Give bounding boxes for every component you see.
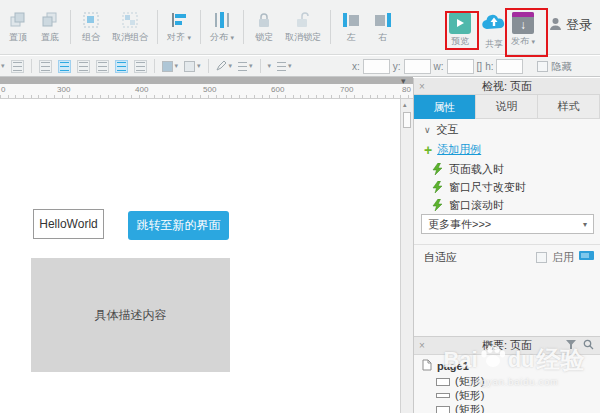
lock-button[interactable]: 锁定 xyxy=(248,8,280,44)
border-width-dropdown[interactable]: ▾ xyxy=(265,58,275,75)
font-color-swatch xyxy=(184,61,195,72)
preview-button[interactable]: 预览 xyxy=(449,12,471,46)
event-item-onwindowresize[interactable]: 窗口尺寸改变时 xyxy=(432,180,526,195)
jump-button-widget[interactable]: 跳转至新的界面 xyxy=(128,211,229,240)
adaptive-enable-label: 启用 xyxy=(552,250,574,265)
caret-down-icon: ▾ xyxy=(231,34,235,41)
distribute-button[interactable]: 分布 ▾ xyxy=(205,8,239,44)
adaptive-views-icon[interactable] xyxy=(579,251,594,264)
aspect-lock-icon[interactable]: [] xyxy=(477,61,483,72)
event-item-onpageload[interactable]: 页面载入时 xyxy=(432,162,504,177)
toolbar-divider xyxy=(200,10,201,44)
event-item-onwindowscroll[interactable]: 窗口滚动时 xyxy=(432,198,504,213)
paragraph-style-button[interactable] xyxy=(8,58,27,75)
align-text-right-icon xyxy=(77,60,90,73)
main-toolbar: 置顶 置底 组合 取消组合 xyxy=(0,0,600,55)
publish-button[interactable]: ↓ 发布 ▾ xyxy=(511,12,535,46)
y-input[interactable] xyxy=(404,59,431,74)
pencil-icon xyxy=(216,57,227,75)
login-button[interactable]: 登录 xyxy=(549,16,592,34)
preview-play-icon xyxy=(449,12,471,34)
down-arrow-icon: ↓ xyxy=(520,19,526,31)
line-color-dropdown[interactable]: ▾ xyxy=(213,58,236,75)
tab-style[interactable]: 样式 xyxy=(538,95,600,119)
align-text-center-icon xyxy=(58,60,71,73)
jump-button-label: 跳转至新的界面 xyxy=(137,217,221,234)
scroll-up-icon[interactable]: ▴ xyxy=(403,101,407,109)
align-left-button[interactable]: 左 xyxy=(335,8,367,44)
caret-down-icon: ▾ xyxy=(583,220,587,229)
caret-down-icon: ▾ xyxy=(175,62,179,70)
event-label: 页面载入时 xyxy=(449,162,504,177)
ruler-tick-label: 0 xyxy=(1,85,5,94)
toolbar-divider xyxy=(208,59,209,73)
close-icon[interactable]: × xyxy=(419,81,425,92)
hide-checkbox[interactable] xyxy=(537,61,548,72)
canvas-options-dropdown[interactable]: ▾ xyxy=(401,76,406,86)
x-input[interactable] xyxy=(363,59,390,74)
line-style-dropdown[interactable]: ▾ xyxy=(235,58,256,75)
tab-properties[interactable]: 属性 xyxy=(414,95,476,119)
arrow-style-dropdown[interactable]: ▾ xyxy=(274,58,295,75)
canvas-vertical-scrollbar[interactable]: ▴ xyxy=(400,99,413,413)
ungroup-icon xyxy=(119,10,141,30)
bring-to-front-button[interactable]: 置顶 xyxy=(2,8,34,44)
toolbar-item-label: 分布 ▾ xyxy=(210,33,234,42)
ruler-tick-label: 400 xyxy=(135,85,148,94)
plus-icon: + xyxy=(424,144,432,156)
coords-cluster: x: y: w: [] h: 隐藏 xyxy=(352,56,571,77)
font-dropdown[interactable]: ▾ xyxy=(0,58,8,75)
align-right-button[interactable]: 右 xyxy=(367,8,399,44)
description-widget[interactable]: 具体描述内容 xyxy=(31,258,230,372)
adaptive-enable-checkbox[interactable] xyxy=(536,252,547,263)
outline-item-rect[interactable]: (矩形) xyxy=(436,374,484,389)
caret-down-icon: ▾ xyxy=(288,62,292,70)
caret-down-icon: ▾ xyxy=(1,62,5,70)
outline-item-rect[interactable]: (矩形) xyxy=(436,388,484,403)
align-button[interactable]: 对齐 ▾ xyxy=(162,8,196,44)
outline-item-label: (矩形) xyxy=(455,388,484,403)
caret-down-icon: ▾ xyxy=(249,62,253,70)
tab-notes[interactable]: 说明 xyxy=(476,95,538,119)
x-label: x: xyxy=(352,61,360,72)
align-right-icon xyxy=(372,10,394,30)
halign-left-button[interactable] xyxy=(36,58,55,75)
font-color-dropdown[interactable]: ▾ xyxy=(181,58,204,75)
design-canvas[interactable]: HelloWorld 跳转至新的界面 具体描述内容 xyxy=(0,99,400,413)
fill-color-dropdown[interactable]: ▾ xyxy=(159,58,182,75)
page-icon xyxy=(422,359,432,373)
section-divider xyxy=(414,244,600,245)
outline-item-page1[interactable]: page1 xyxy=(422,359,469,373)
scrollbar-thumb[interactable] xyxy=(403,112,411,128)
ruler-tick-label: 80 xyxy=(402,85,411,94)
search-icon[interactable] xyxy=(583,339,594,352)
w-input[interactable] xyxy=(447,59,474,74)
unlock-button[interactable]: 取消锁定 xyxy=(280,8,326,44)
paragraph-icon xyxy=(11,60,24,73)
halign-center-button[interactable] xyxy=(55,58,74,75)
filter-icon[interactable] xyxy=(566,340,576,352)
hello-world-widget[interactable]: HelloWorld xyxy=(33,209,104,239)
interaction-section-header[interactable]: ∨ 交互 xyxy=(424,122,459,137)
valign-top-button[interactable] xyxy=(93,58,112,75)
share-button[interactable]: 共享 xyxy=(481,13,507,49)
more-events-dropdown[interactable]: 更多事件>>> ▾ xyxy=(421,214,594,234)
caret-down-icon: ▾ xyxy=(229,62,233,70)
valign-bottom-button[interactable] xyxy=(131,58,150,75)
outline-item-rect[interactable]: (矩形) xyxy=(436,402,484,413)
close-icon[interactable]: × xyxy=(419,340,425,351)
add-case-link[interactable]: + 添加用例 xyxy=(424,142,481,157)
user-icon xyxy=(549,16,562,34)
halign-right-button[interactable] xyxy=(74,58,93,75)
ungroup-button[interactable]: 取消组合 xyxy=(107,8,153,44)
align-text-top-icon xyxy=(96,60,109,73)
align-text-bottom-icon xyxy=(134,60,147,73)
bring-to-front-icon xyxy=(7,10,29,30)
group-button[interactable]: 组合 xyxy=(75,8,107,44)
toolbar-item-label: 置底 xyxy=(41,33,59,42)
send-to-back-button[interactable]: 置底 xyxy=(34,8,66,44)
valign-middle-button[interactable] xyxy=(112,58,131,75)
chevron-down-icon: ∨ xyxy=(424,125,431,135)
ruler-tick-label: 500 xyxy=(203,85,216,94)
h-input[interactable] xyxy=(496,59,523,74)
